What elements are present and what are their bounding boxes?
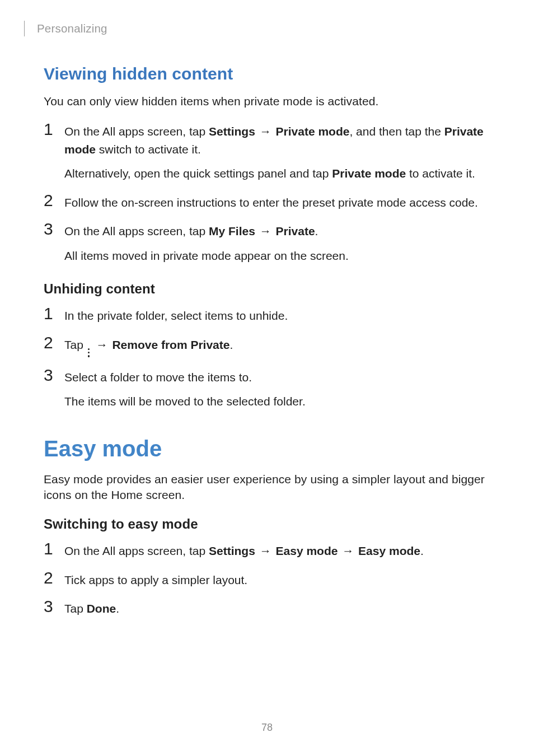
step-item: 1 In the private folder, select items to… (44, 307, 490, 325)
section-heading-unhiding-content: Unhiding content (44, 281, 490, 297)
step-text: Tap Done. (64, 600, 490, 618)
page-header: Personalizing (44, 21, 490, 36)
step-item: 3 On the All apps screen, tap My Files →… (44, 222, 490, 264)
step-text: All items moved in private mode appear o… (64, 247, 490, 265)
step-item: 3 Select a folder to move the items to. … (44, 368, 490, 410)
header-divider (24, 21, 25, 36)
arrow-icon: → (95, 336, 109, 354)
page-number: 78 (0, 722, 534, 734)
step-number: 3 (44, 221, 56, 237)
step-body: Select a folder to move the items to. Th… (64, 368, 490, 410)
arrow-icon: → (341, 542, 355, 560)
intro-paragraph: Easy mode provides an easier user experi… (44, 472, 490, 503)
step-text: Tap → Remove from Private. (64, 336, 490, 357)
step-body: Follow the on-screen instructions to ent… (64, 194, 490, 212)
more-options-icon (88, 348, 91, 357)
step-number: 3 (44, 367, 56, 384)
step-number: 1 (44, 305, 56, 322)
step-number: 3 (44, 598, 56, 615)
section-heading-switching-easy-mode: Switching to easy mode (44, 516, 490, 532)
step-body: On the All apps screen, tap Settings → E… (64, 542, 490, 560)
steps-unhiding: 1 In the private folder, select items to… (44, 307, 490, 410)
step-body: Tap → Remove from Private. (64, 336, 490, 357)
step-text: In the private folder, select items to u… (64, 307, 490, 325)
step-text: Select a folder to move the items to. (64, 368, 490, 386)
steps-switching-easy: 1 On the All apps screen, tap Settings →… (44, 542, 490, 618)
step-number: 1 (44, 540, 56, 557)
step-body: Tap Done. (64, 600, 490, 618)
step-text: On the All apps screen, tap My Files → P… (64, 222, 490, 240)
step-item: 2 Follow the on-screen instructions to e… (44, 194, 490, 212)
arrow-icon: → (259, 123, 273, 141)
step-item: 2 Tap → Remove from Private. (44, 336, 490, 357)
breadcrumb: Personalizing (37, 22, 107, 35)
step-body: Tick apps to apply a simpler layout. (64, 571, 490, 589)
step-text: On the All apps screen, tap Settings → E… (64, 542, 490, 560)
section-heading-easy-mode: Easy mode (44, 436, 490, 461)
document-page: Personalizing Viewing hidden content You… (0, 0, 534, 756)
step-body: On the All apps screen, tap My Files → P… (64, 222, 490, 264)
step-number: 2 (44, 570, 56, 586)
step-text: The items will be moved to the selected … (64, 393, 490, 410)
step-text: On the All apps screen, tap Settings → P… (64, 123, 490, 158)
section-heading-viewing-hidden-content: Viewing hidden content (44, 64, 490, 83)
step-item: 1 On the All apps screen, tap Settings →… (44, 123, 490, 183)
step-item: 3 Tap Done. (44, 600, 490, 618)
intro-paragraph: You can only view hidden items when priv… (44, 94, 490, 109)
step-text: Tick apps to apply a simpler layout. (64, 571, 490, 589)
step-item: 1 On the All apps screen, tap Settings →… (44, 542, 490, 560)
steps-viewing-hidden: 1 On the All apps screen, tap Settings →… (44, 123, 490, 264)
arrow-icon: → (259, 542, 273, 560)
step-number: 2 (44, 192, 56, 209)
step-text: Follow the on-screen instructions to ent… (64, 194, 490, 212)
arrow-icon: → (259, 222, 273, 240)
step-body: In the private folder, select items to u… (64, 307, 490, 325)
step-number: 1 (44, 121, 56, 138)
step-text: Alternatively, open the quick settings p… (64, 165, 490, 183)
step-number: 2 (44, 334, 56, 351)
step-body: On the All apps screen, tap Settings → P… (64, 123, 490, 183)
step-item: 2 Tick apps to apply a simpler layout. (44, 571, 490, 589)
